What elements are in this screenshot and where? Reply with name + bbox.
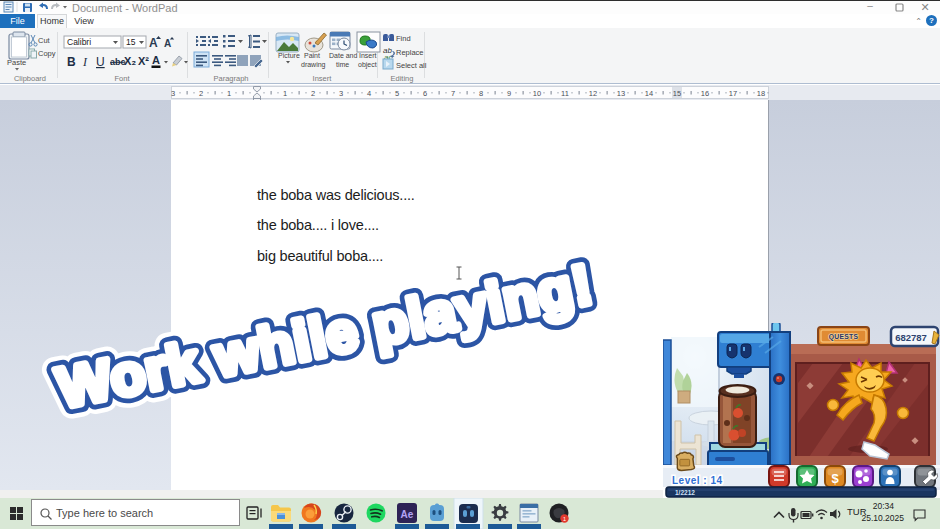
svg-text:4: 4	[367, 89, 371, 98]
svg-text:Copy: Copy	[38, 49, 56, 58]
svg-text:Ae: Ae	[401, 509, 414, 520]
svg-text:12: 12	[589, 89, 597, 98]
svg-text:18: 18	[757, 89, 765, 98]
svg-text:Level : 14: Level : 14	[672, 475, 723, 486]
svg-text:Work while playing!: Work while playing!	[52, 251, 598, 419]
svg-text:QUESTS: QUESTS	[829, 333, 859, 341]
svg-text:A: A	[152, 54, 160, 66]
svg-text:A: A	[149, 36, 158, 50]
svg-text:drawing: drawing	[301, 61, 326, 69]
svg-text:13: 13	[617, 89, 625, 98]
svg-text:$: $	[831, 471, 839, 486]
svg-text:1: 1	[563, 516, 566, 522]
svg-text:14: 14	[645, 89, 653, 98]
svg-text:I: I	[82, 55, 88, 69]
svg-text:Picture: Picture	[278, 52, 300, 59]
svg-text:Paint: Paint	[304, 52, 320, 59]
svg-text:11: 11	[561, 89, 569, 98]
svg-text:2: 2	[199, 89, 203, 98]
svg-text:B: B	[67, 55, 76, 69]
svg-text:time: time	[336, 61, 349, 68]
svg-text:16: 16	[701, 89, 709, 98]
svg-text:15: 15	[126, 37, 136, 47]
svg-text:1: 1	[227, 89, 231, 98]
svg-text:Calibri: Calibri	[67, 37, 91, 47]
svg-text:X²: X²	[138, 55, 149, 67]
svg-text:682787: 682787	[895, 332, 927, 343]
svg-text:X₂: X₂	[124, 55, 136, 67]
svg-text:1/2212: 1/2212	[675, 489, 695, 496]
svg-text:5: 5	[395, 89, 399, 98]
svg-text:Cut: Cut	[38, 36, 51, 45]
svg-text:8: 8	[479, 89, 483, 98]
svg-text:3: 3	[171, 89, 175, 98]
svg-text:Replace: Replace	[396, 48, 424, 57]
svg-text:3: 3	[339, 89, 343, 98]
svg-text:6: 6	[423, 89, 427, 98]
svg-text:Find: Find	[396, 34, 411, 43]
svg-text:Paste: Paste	[7, 58, 26, 67]
svg-text:2: 2	[311, 89, 315, 98]
svg-text:A: A	[164, 38, 171, 49]
svg-text:Insert: Insert	[359, 52, 377, 59]
svg-text:1: 1	[283, 89, 287, 98]
svg-text:25.10.2025: 25.10.2025	[861, 513, 904, 523]
svg-text:10: 10	[533, 89, 541, 98]
svg-text:object: object	[358, 61, 377, 69]
svg-text:Date and: Date and	[329, 52, 358, 59]
svg-text:Select all: Select all	[396, 61, 427, 70]
svg-text:7: 7	[451, 89, 455, 98]
svg-text:15: 15	[673, 89, 681, 98]
svg-text:U: U	[96, 55, 105, 69]
svg-text:20:34: 20:34	[873, 501, 895, 511]
svg-text:9: 9	[507, 89, 511, 98]
svg-text:17: 17	[729, 89, 737, 98]
